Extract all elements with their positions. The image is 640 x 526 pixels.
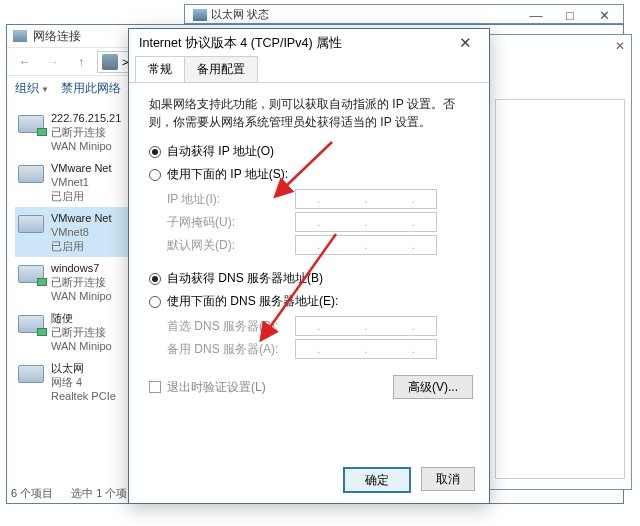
panel-close-icon[interactable]: ✕ — [615, 39, 625, 53]
dialog-title: Internet 协议版本 4 (TCP/IPv4) 属性 — [139, 35, 342, 52]
adapter-item[interactable]: windows7 已断开连接 WAN Minipo — [15, 257, 133, 307]
minimize-button[interactable]: — — [519, 5, 553, 25]
organize-menu[interactable]: 组织▼ — [15, 80, 49, 97]
radio-manual-ip-label: 使用下面的 IP 地址(S): — [167, 166, 288, 183]
cancel-button[interactable]: 取消 — [421, 467, 475, 491]
ipv4-properties-dialog: Internet 协议版本 4 (TCP/IPv4) 属性 ✕ 常规 备用配置 … — [128, 28, 490, 504]
window-icon — [13, 30, 27, 42]
adapter-item-selected[interactable]: VMware Net VMnet8 已启用 — [15, 207, 133, 257]
window-title: 网络连接 — [33, 28, 81, 45]
dialog-tabs: 常规 备用配置 — [129, 57, 489, 83]
field-alt-dns: 备用 DNS 服务器(A): ... — [167, 339, 473, 359]
forward-button[interactable]: → — [41, 50, 65, 74]
disable-adapter[interactable]: 禁用此网络 — [61, 80, 121, 97]
radio-icon — [149, 146, 161, 158]
adapter-item[interactable]: 随便 已断开连接 WAN Minipo — [15, 307, 133, 357]
radio-auto-dns[interactable]: 自动获得 DNS 服务器地址(B) — [149, 270, 473, 287]
advanced-button[interactable]: 高级(V)... — [393, 375, 473, 399]
radio-manual-dns[interactable]: 使用下面的 DNS 服务器地址(E): — [149, 293, 473, 310]
radio-icon — [149, 296, 161, 308]
close-button[interactable]: ✕ — [587, 5, 621, 25]
back-button[interactable]: ← — [13, 50, 37, 74]
field-pref-dns: 首选 DNS 服务器(P): ... — [167, 316, 473, 336]
address-icon — [102, 54, 118, 70]
eth-status-window: 以太网 状态 — □ ✕ — [184, 4, 624, 24]
radio-auto-ip[interactable]: 自动获得 IP 地址(O) — [149, 143, 473, 160]
radio-icon — [149, 169, 161, 181]
status-bar: 6 个项目 选中 1 个项目 — [11, 486, 138, 501]
radio-manual-ip[interactable]: 使用下面的 IP 地址(S): — [149, 166, 473, 183]
validate-checkbox[interactable] — [149, 381, 161, 393]
status-total: 6 个项目 — [11, 486, 53, 501]
help-text: 如果网络支持此功能，则可以获取自动指派的 IP 设置。否则，你需要从网络系统管理… — [149, 95, 469, 131]
field-ip-address: IP 地址(I): ... — [167, 189, 473, 209]
adapter-list: 222.76.215.21 已断开连接 WAN Minipo VMware Ne… — [15, 107, 133, 479]
subnet-mask-input: ... — [295, 212, 437, 232]
radio-auto-ip-label: 自动获得 IP 地址(O) — [167, 143, 274, 160]
up-button[interactable]: ↑ — [69, 50, 93, 74]
adapter-item[interactable]: VMware Net VMnet1 已启用 — [15, 157, 133, 207]
field-default-gateway: 默认网关(D): ... — [167, 235, 473, 255]
eth-status-panel: ✕ — [488, 34, 632, 490]
adapter-item[interactable]: 222.76.215.21 已断开连接 WAN Minipo — [15, 107, 133, 157]
dialog-close-icon[interactable]: ✕ — [451, 31, 479, 55]
alt-dns-input: ... — [295, 339, 437, 359]
radio-auto-dns-label: 自动获得 DNS 服务器地址(B) — [167, 270, 323, 287]
default-gateway-input: ... — [295, 235, 437, 255]
eth-status-title: 以太网 状态 — [211, 7, 269, 22]
radio-icon — [149, 273, 161, 285]
validate-label: 退出时验证设置(L) — [167, 379, 266, 396]
ip-address-input: ... — [295, 189, 437, 209]
tab-general[interactable]: 常规 — [135, 56, 185, 82]
pref-dns-input: ... — [295, 316, 437, 336]
eth-icon — [193, 9, 207, 21]
maximize-button[interactable]: □ — [553, 5, 587, 25]
radio-manual-dns-label: 使用下面的 DNS 服务器地址(E): — [167, 293, 338, 310]
field-subnet-mask: 子网掩码(U): ... — [167, 212, 473, 232]
adapter-item[interactable]: 以太网 网络 4 Realtek PCIe — [15, 357, 133, 407]
tab-alternate[interactable]: 备用配置 — [184, 56, 258, 82]
ok-button[interactable]: 确定 — [343, 467, 411, 493]
